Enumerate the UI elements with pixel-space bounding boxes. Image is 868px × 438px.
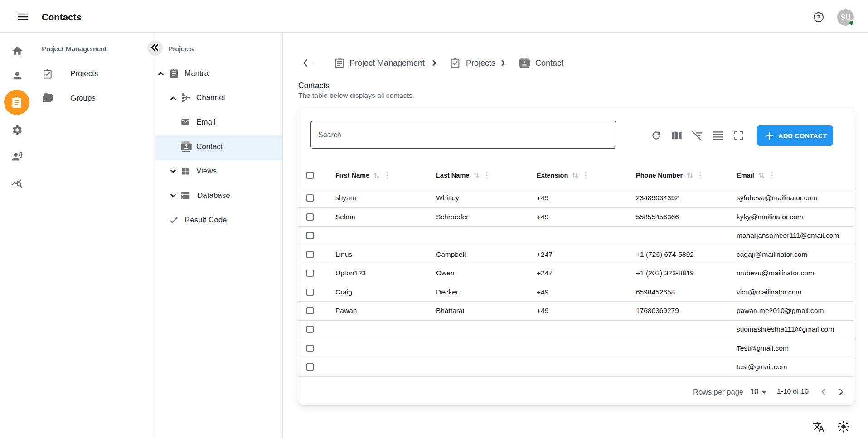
svg-text:?: ? <box>817 14 821 21</box>
